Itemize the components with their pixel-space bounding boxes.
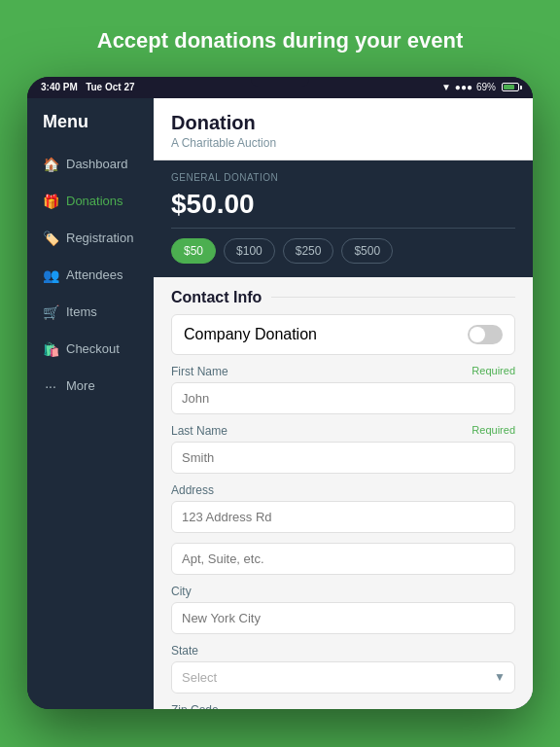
signal-icon: ●●●	[455, 82, 472, 92]
content-subtitle: A Charitable Auction	[171, 136, 515, 150]
status-time: 3:40 PM Tue Oct 27	[41, 82, 135, 92]
company-donation-toggle[interactable]	[468, 325, 503, 344]
attendees-icon: 👥	[43, 267, 58, 283]
content-area: Donation A Charitable Auction GENERAL DO…	[154, 98, 533, 709]
city-row: City	[171, 585, 515, 634]
contact-section: Contact Info Company Donation First Name…	[154, 277, 533, 709]
amount-btn-250[interactable]: $250	[283, 238, 334, 264]
donation-section: GENERAL DONATION $50.00 $50 $100 $250 $5…	[154, 160, 533, 277]
zip-label: Zip Code	[171, 703, 515, 709]
more-icon: ···	[43, 378, 58, 394]
amount-btn-500[interactable]: $500	[341, 238, 393, 264]
status-icons: ▼ ●●● 69%	[441, 82, 519, 92]
first-name-input[interactable]	[171, 382, 515, 414]
amount-btn-50[interactable]: $50	[171, 238, 216, 264]
address-input[interactable]	[171, 501, 515, 533]
address2-row	[171, 543, 515, 575]
battery-percentage: 69%	[476, 82, 496, 92]
city-label: City	[171, 585, 515, 598]
sidebar-item-label: More	[66, 378, 95, 393]
items-icon: 🛒	[43, 304, 58, 320]
sidebar-item-label: Donations	[66, 194, 123, 208]
sidebar-item-checkout[interactable]: 🛍️ Checkout	[27, 331, 154, 368]
section-title-contact: Contact Info	[171, 277, 515, 314]
last-name-required: Required	[472, 424, 515, 438]
content-header: Donation A Charitable Auction	[154, 98, 533, 160]
wifi-icon: ▼	[441, 82, 451, 92]
page-headline: Accept donations during your event	[58, 0, 502, 77]
sidebar-item-more[interactable]: ··· More	[27, 368, 154, 405]
sidebar-item-donations[interactable]: 🎁 Donations	[27, 183, 154, 220]
registration-icon: 🏷️	[43, 231, 58, 246]
address2-input[interactable]	[171, 543, 515, 575]
company-donation-label: Company Donation	[184, 326, 317, 343]
battery-icon	[502, 83, 519, 91]
state-label: State	[171, 644, 515, 658]
device-frame: 3:40 PM Tue Oct 27 ▼ ●●● 69% Menu 🏠 Dash…	[27, 77, 533, 709]
city-input[interactable]	[171, 602, 515, 634]
state-row: State Select ▼	[171, 644, 515, 694]
content-title: Donation	[171, 112, 515, 134]
checkout-icon: 🛍️	[43, 341, 58, 357]
donation-label: GENERAL DONATION	[171, 172, 515, 183]
address-row: Address	[171, 483, 515, 533]
sidebar: Menu 🏠 Dashboard 🎁 Donations 🏷️ Registra…	[27, 98, 154, 709]
sidebar-item-label: Registration	[66, 231, 133, 245]
first-name-row: First Name Required	[171, 365, 515, 414]
last-name-row: Last Name Required	[171, 424, 515, 474]
last-name-label: Last Name Required	[171, 424, 515, 438]
first-name-label: First Name Required	[171, 365, 515, 378]
address-label: Address	[171, 483, 515, 497]
sidebar-item-attendees[interactable]: 👥 Attendees	[27, 257, 154, 294]
last-name-input[interactable]	[171, 442, 515, 474]
amount-buttons: $50 $100 $250 $500	[171, 238, 515, 264]
app-layout: Menu 🏠 Dashboard 🎁 Donations 🏷️ Registra…	[27, 98, 533, 709]
sidebar-title: Menu	[27, 98, 154, 146]
amount-btn-100[interactable]: $100	[224, 238, 275, 264]
sidebar-item-label: Checkout	[66, 341, 120, 356]
sidebar-item-items[interactable]: 🛒 Items	[27, 294, 154, 331]
dashboard-icon: 🏠	[43, 157, 58, 172]
donation-amount: $50.00	[171, 189, 515, 229]
first-name-required: Required	[472, 365, 515, 378]
state-select-wrapper: Select ▼	[171, 661, 515, 694]
state-select[interactable]: Select	[171, 661, 515, 694]
sidebar-item-dashboard[interactable]: 🏠 Dashboard	[27, 146, 154, 183]
sidebar-item-registration[interactable]: 🏷️ Registration	[27, 220, 154, 257]
sidebar-item-label: Attendees	[66, 267, 123, 282]
sidebar-item-label: Dashboard	[66, 157, 128, 171]
donations-icon: 🎁	[43, 194, 58, 209]
notch	[251, 77, 309, 87]
sidebar-item-label: Items	[66, 304, 97, 319]
zip-row: Zip Code	[171, 703, 515, 709]
company-donation-row: Company Donation	[171, 314, 515, 355]
